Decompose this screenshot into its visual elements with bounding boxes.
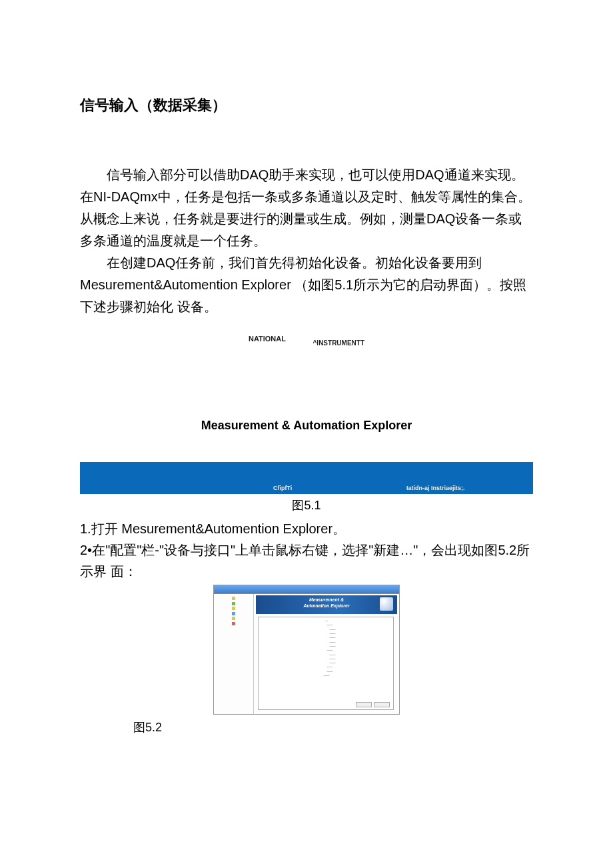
banner-line-2: Automation Explorer — [303, 603, 349, 608]
paragraph-2-text: 在创建DAQ任务前，我们首先得初始化设备。初始化设备要用到Mesurement&… — [80, 255, 526, 314]
document-page: 信号输入（数据采集） 信号输入部分可以借助DAQ助手来实现，也可以使用DAQ通道… — [0, 0, 613, 738]
mae-splash-title: Measurement & Automation Explorer — [80, 416, 533, 436]
banner-line-1: Measurement & — [309, 597, 344, 602]
new-device-dialog: — —— —— —— —— —— —— —— —— —— —— —— —— —— — [258, 617, 394, 710]
figure-caption-5-1: 图5.1 — [80, 496, 533, 516]
window-body: Measurement & Automation Explorer — —— —… — [214, 594, 399, 714]
bar-text-right: Iatidn-aj Instriaejits;. — [406, 483, 465, 493]
ni-logo-block: NATIONAL ^INSTRUMENTT — [80, 326, 533, 349]
step-2: 2•在"配置"栏-"设备与接口"上单击鼠标右键，选择"新建…"，会出现如图5.2… — [80, 539, 533, 582]
window-titlebar — [214, 585, 399, 594]
figure-5-2-container: Measurement & Automation Explorer — —— —… — [80, 585, 533, 715]
mae-banner: Measurement & Automation Explorer — [256, 595, 397, 614]
paragraph-2: 在创建DAQ任务前，我们首先得初始化设备。初始化设备要用到Mesurement&… — [80, 252, 533, 318]
figure-5-2-window: Measurement & Automation Explorer — —— —… — [213, 585, 400, 715]
ni-logo-text-1: NATIONAL — [249, 333, 286, 345]
dialog-button[interactable] — [356, 702, 372, 707]
figure-caption-5-2: 图5.2 — [133, 718, 533, 738]
ni-logo-text-2: ^INSTRUMENTT — [313, 338, 365, 349]
section-title: 信号输入（数据采集） — [80, 93, 533, 117]
dialog-buttons — [356, 702, 390, 707]
dialog-button[interactable] — [374, 702, 390, 707]
bar-text-left: CfipfTi — [273, 483, 292, 493]
mae-splash-bar: CfipfTi Iatidn-aj Instriaejits;. — [80, 462, 533, 494]
paragraph-1: 信号输入部分可以借助DAQ助手来实现，也可以使用DAQ通道来实现。在NI-DAQ… — [80, 164, 533, 252]
banner-icon — [380, 597, 393, 611]
config-sidebar — [214, 594, 254, 714]
main-panel: Measurement & Automation Explorer — —— —… — [254, 594, 399, 714]
step-1: 1.打开 Mesurement&Automention Explorer。 — [80, 518, 533, 539]
